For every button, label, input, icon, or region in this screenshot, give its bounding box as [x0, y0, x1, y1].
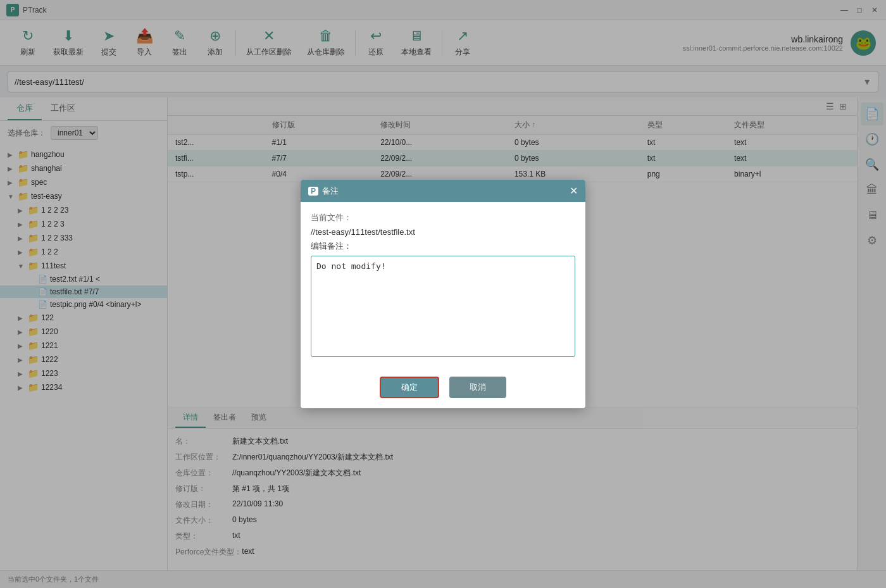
modal-header: P 备注 ✕ [301, 180, 585, 202]
modal-title-text: 备注 [322, 185, 339, 197]
modal-note-textarea[interactable]: Do not modify! [311, 256, 575, 357]
modal-edit-label: 编辑备注： [311, 241, 575, 252]
modal-current-file-label: 当前文件： [311, 212, 575, 223]
modal-close-button[interactable]: ✕ [570, 185, 578, 197]
modal-footer: 确定 取消 [301, 369, 585, 408]
note-modal: P 备注 ✕ 当前文件： //test-easy/111test/testfil… [301, 180, 585, 408]
modal-overlay: P 备注 ✕ 当前文件： //test-easy/111test/testfil… [0, 0, 886, 588]
modal-body: 当前文件： //test-easy/111test/testfile.txt 编… [301, 202, 585, 369]
modal-cancel-button[interactable]: 取消 [449, 377, 506, 398]
modal-confirm-button[interactable]: 确定 [380, 377, 439, 398]
modal-title-area: P 备注 [308, 185, 339, 197]
modal-current-file-path: //test-easy/111test/testfile.txt [311, 227, 575, 237]
modal-logo: P [308, 187, 318, 196]
